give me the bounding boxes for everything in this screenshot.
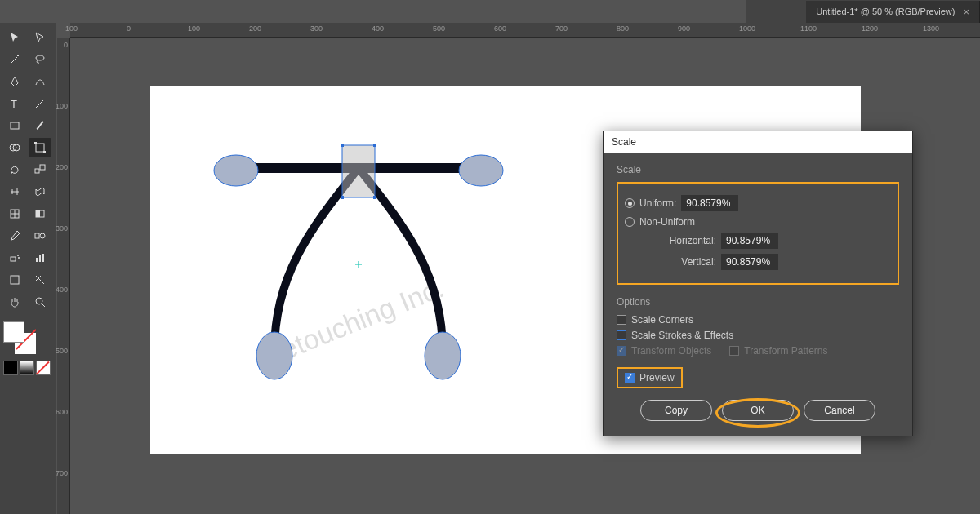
ok-button[interactable]: OK (722, 400, 794, 421)
tab-bar: Untitled-1* @ 50 % (RGB/Preview) × (746, 0, 980, 23)
scale-tool-icon[interactable] (29, 160, 51, 179)
direct-select-tool-icon[interactable] (29, 28, 51, 47)
svg-rect-28 (342, 145, 375, 197)
eyedropper-tool-icon[interactable] (3, 226, 26, 246)
svg-point-0 (36, 55, 44, 60)
svg-point-24 (214, 155, 258, 186)
rectangle-tool-icon[interactable] (3, 116, 26, 135)
dialog-title: Scale (604, 131, 912, 153)
scale-highlight-box: Uniform: 90.8579% Non-Uniform Horizontal… (617, 182, 899, 285)
type-tool-icon[interactable]: T (3, 94, 26, 113)
options-section-label: Options (617, 296, 899, 308)
transform-objects-checkbox (617, 346, 626, 356)
svg-rect-6 (34, 142, 37, 144)
nonuniform-radio[interactable] (625, 217, 635, 227)
shape-builder-icon[interactable] (3, 138, 26, 157)
preview-label: Preview (639, 372, 675, 383)
scale-corners-label: Scale Corners (631, 314, 693, 326)
tab-title: Untitled-1* @ 50 % (RGB/Preview) (816, 7, 955, 16)
artboard-tool-icon[interactable] (3, 270, 26, 290)
zoom-tool-icon[interactable] (29, 292, 51, 312)
close-icon[interactable]: × (963, 6, 969, 18)
gradient-tool-icon[interactable] (29, 204, 51, 224)
slice-tool-icon[interactable] (29, 270, 51, 290)
symbol-spray-icon[interactable] (3, 248, 26, 268)
svg-rect-18 (36, 258, 38, 262)
selection-tool-icon[interactable] (3, 28, 26, 47)
blend-tool-icon[interactable] (29, 226, 51, 246)
mesh-tool-icon[interactable] (3, 204, 26, 224)
svg-point-27 (425, 332, 461, 379)
svg-text:T: T (11, 98, 17, 110)
svg-point-22 (36, 298, 42, 304)
warp-tool-icon[interactable] (29, 182, 51, 202)
document-stage: Retouching Inc. Scale Scale (70, 38, 980, 514)
svg-rect-7 (43, 151, 46, 153)
transform-objects-label: Transform Objects (631, 345, 711, 357)
line-tool-icon[interactable] (29, 94, 51, 113)
svg-rect-20 (42, 254, 44, 262)
curvature-tool-icon[interactable] (29, 72, 51, 91)
svg-rect-8 (35, 169, 39, 173)
copy-button[interactable]: Copy (640, 400, 712, 421)
scale-corners-checkbox[interactable] (617, 315, 626, 325)
uniform-radio[interactable] (625, 198, 635, 208)
svg-rect-29 (341, 144, 344, 147)
uniform-value-field[interactable]: 90.8579% (681, 195, 738, 211)
color-swatch-black[interactable] (3, 361, 18, 375)
graph-tool-icon[interactable] (29, 248, 51, 268)
vertical-value-field[interactable]: 90.8579% (721, 254, 778, 270)
hand-tool-icon[interactable] (3, 292, 26, 312)
scale-strokes-label: Scale Strokes & Effects (631, 330, 733, 341)
transform-patterns-checkbox (729, 346, 739, 356)
svg-point-26 (256, 332, 292, 379)
scale-strokes-checkbox[interactable] (617, 330, 626, 340)
gradient-swatch[interactable] (20, 361, 34, 375)
svg-rect-12 (36, 210, 40, 217)
fill-swatch[interactable] (3, 321, 24, 343)
vertical-ruler: 0100200300400500600700 (57, 38, 70, 514)
svg-rect-15 (11, 257, 16, 261)
svg-rect-13 (35, 233, 39, 238)
pen-tool-icon[interactable] (3, 72, 26, 91)
preview-highlight-box: Preview (617, 367, 683, 388)
scale-section-label: Scale (617, 164, 899, 175)
cancel-button[interactable]: Cancel (804, 400, 875, 421)
free-transform-icon[interactable] (29, 138, 51, 157)
uniform-label: Uniform: (639, 197, 676, 209)
svg-rect-32 (373, 196, 376, 199)
scale-dialog: Scale Scale Uniform: 90.8579% Non-Unifor… (603, 131, 913, 436)
none-swatch[interactable] (36, 361, 51, 375)
tool-panel: T (0, 23, 56, 514)
svg-rect-19 (39, 255, 41, 262)
horizontal-value-field[interactable]: 90.8579% (721, 233, 778, 249)
magic-wand-icon[interactable] (3, 50, 26, 69)
width-tool-icon[interactable] (3, 182, 26, 202)
svg-rect-30 (373, 144, 376, 147)
svg-rect-9 (40, 165, 45, 170)
svg-point-17 (18, 257, 20, 259)
brush-tool-icon[interactable] (29, 116, 51, 135)
svg-rect-21 (11, 276, 19, 284)
lasso-icon[interactable] (29, 50, 51, 69)
horizontal-label: Horizontal: (638, 235, 716, 246)
nonuniform-label: Non-Uniform (639, 216, 695, 228)
vertical-label: Vertical: (638, 256, 716, 268)
document-tab[interactable]: Untitled-1* @ 50 % (RGB/Preview) × (806, 1, 980, 23)
transform-patterns-label: Transform Patterns (744, 345, 827, 357)
svg-rect-31 (341, 196, 344, 199)
svg-rect-5 (36, 144, 44, 152)
preview-checkbox[interactable] (625, 373, 635, 383)
svg-point-25 (459, 155, 503, 186)
svg-rect-2 (11, 122, 19, 129)
rotate-tool-icon[interactable] (3, 160, 26, 179)
svg-point-14 (40, 233, 45, 238)
horizontal-ruler: 1000100200300400500600700800900100011001… (70, 23, 980, 38)
svg-point-16 (17, 255, 19, 256)
